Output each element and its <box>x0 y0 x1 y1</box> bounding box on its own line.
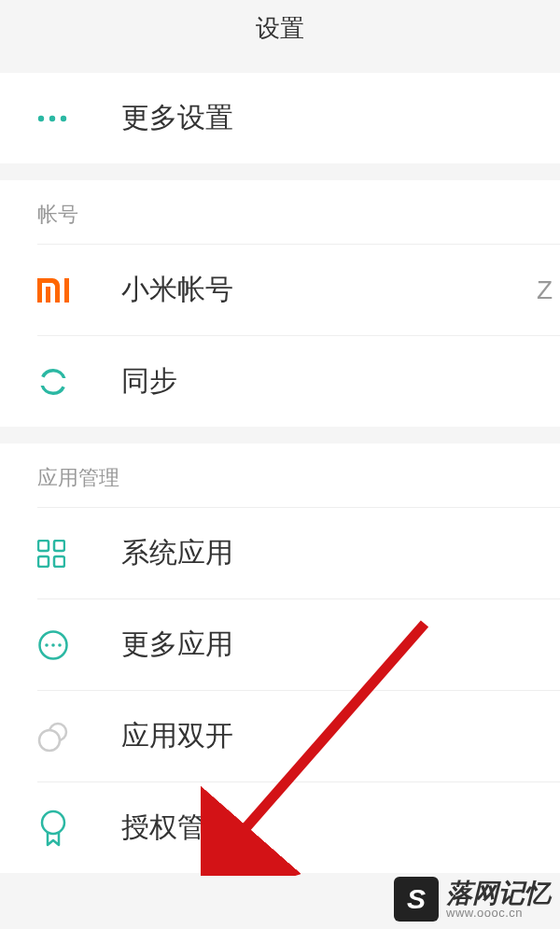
svg-point-13 <box>42 811 64 834</box>
page-header: 设置 <box>0 0 560 56</box>
more-dots-icon <box>0 115 121 122</box>
item-label: 授权管理 <box>121 809 560 847</box>
section-apps: 应用管理 系统应用 更多应用 <box>0 443 560 873</box>
item-value: Z <box>537 275 560 305</box>
section-header-account: 帐号 <box>0 180 560 244</box>
item-sync[interactable]: 同步 <box>0 336 560 427</box>
spacer <box>0 56 560 73</box>
item-system-apps[interactable]: 系统应用 <box>0 508 560 598</box>
svg-rect-6 <box>54 556 64 567</box>
watermark-logo-icon: S <box>394 877 439 922</box>
svg-point-10 <box>58 643 62 647</box>
item-label: 应用双开 <box>121 717 560 755</box>
item-more-apps[interactable]: 更多应用 <box>0 599 560 690</box>
watermark: S 落网记忆 www.oooc.cn <box>394 877 551 922</box>
svg-point-9 <box>51 643 55 647</box>
svg-point-12 <box>39 730 60 751</box>
page-title: 设置 <box>256 12 304 45</box>
sync-icon <box>0 366 121 398</box>
item-label: 系统应用 <box>121 534 560 572</box>
spacer <box>0 163 560 180</box>
item-dual-apps[interactable]: 应用双开 <box>0 691 560 781</box>
watermark-url: www.oooc.cn <box>446 907 551 919</box>
section-account: 帐号 小米帐号 Z 同步 <box>0 180 560 427</box>
svg-rect-4 <box>54 541 64 551</box>
section-top: 更多设置 <box>0 73 560 163</box>
more-circle-icon <box>0 629 121 661</box>
svg-point-2 <box>61 115 66 120</box>
badge-icon <box>0 809 121 847</box>
svg-rect-3 <box>38 541 49 551</box>
svg-point-0 <box>38 115 44 120</box>
mi-logo-icon <box>0 278 121 303</box>
item-more-settings[interactable]: 更多设置 <box>0 73 560 163</box>
spacer <box>0 427 560 443</box>
item-mi-account[interactable]: 小米帐号 Z <box>0 245 560 335</box>
svg-rect-5 <box>38 556 49 567</box>
watermark-text: 落网记忆 www.oooc.cn <box>446 880 551 919</box>
section-header-apps: 应用管理 <box>0 443 560 507</box>
item-label: 更多设置 <box>121 99 560 137</box>
dual-circles-icon <box>0 721 121 753</box>
item-label: 小米帐号 <box>121 271 537 309</box>
svg-point-1 <box>49 115 55 120</box>
item-label: 更多应用 <box>121 626 560 664</box>
watermark-main: 落网记忆 <box>446 880 551 907</box>
svg-point-8 <box>45 643 49 647</box>
item-label: 同步 <box>121 362 560 401</box>
grid-icon <box>0 540 121 568</box>
item-permissions[interactable]: 授权管理 <box>0 782 560 873</box>
